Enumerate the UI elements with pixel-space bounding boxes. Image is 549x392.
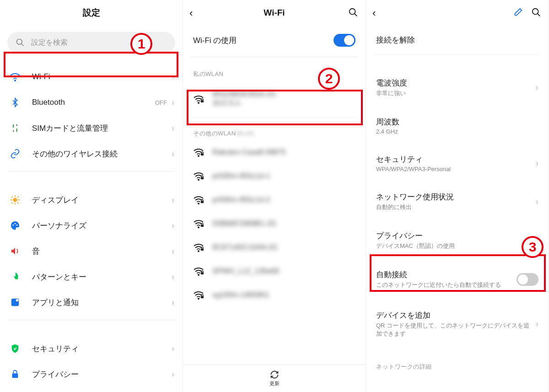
network-detail-header: ネットワークの詳細 — [366, 358, 549, 374]
row-label: Bluetooth — [32, 98, 155, 107]
other-network-ssid: pr500m-955c1d-2 — [212, 196, 355, 204]
usage-value: 自動的に検出 — [376, 203, 536, 211]
my-network-status: 接続済み — [212, 98, 355, 108]
row-label: アプリと通知 — [32, 297, 172, 308]
usage-row[interactable]: ネットワーク使用状況 自動的に検出 › — [366, 185, 549, 218]
row-pattern-key[interactable]: パターンとキー › — [0, 264, 183, 290]
freq-row[interactable]: 周波数 2.4 GHz — [366, 110, 549, 141]
search-icon — [16, 38, 25, 47]
row-location[interactable]: 位置情報 › — [0, 387, 183, 392]
other-network-row[interactable]: pr500m-955c1d-2 — [183, 188, 366, 212]
link-icon — [8, 149, 22, 159]
wifi-lock-icon — [193, 147, 205, 158]
chevron-right-icon: › — [172, 149, 174, 159]
apps-icon — [8, 297, 22, 307]
row-bluetooth[interactable]: Bluetooth OFF › — [0, 90, 183, 115]
add-device-row[interactable]: デバイスを追加 QR コードを使用して、このネットワークにデバイスを追加できます… — [366, 304, 549, 344]
row-apps-notify[interactable]: アプリと通知 › — [0, 290, 183, 315]
back-icon[interactable]: ‹ — [372, 7, 376, 19]
other-wlan-header: その他のWLANWLAN — [183, 125, 366, 140]
other-network-ssid: vg100m-1465951 — [212, 291, 355, 299]
other-network-row[interactable]: D0B66F2089B1-2G — [183, 212, 366, 236]
row-label: その他のワイヤレス接続 — [32, 149, 172, 159]
my-network-row[interactable]: 90324BDE4554-2G 接続済み — [183, 81, 366, 117]
svg-rect-36 — [201, 296, 204, 298]
svg-point-21 — [198, 102, 199, 103]
other-network-row[interactable]: Rakuten-Casa8-09875 — [183, 140, 366, 164]
wifi-header: ‹ Wi-Fi — [183, 0, 366, 26]
autoconnect-row[interactable]: 自動接続 このネットワークに近付いたら自動で接続する — [366, 263, 549, 295]
add-device-desc: QR コードを使用して、このネットワークにデバイスを追加できます — [376, 322, 530, 338]
svg-point-25 — [198, 179, 199, 180]
use-wifi-label: Wi-Fi の使用 — [193, 35, 237, 46]
settings-header: 設定 — [0, 0, 183, 26]
row-other-wireless[interactable]: その他のワイヤレス接続 › — [0, 141, 183, 166]
security-row[interactable]: セキュリティ WPA/WPA2/WPA3-Personal › — [366, 148, 549, 179]
refresh-button[interactable]: 更新 — [183, 365, 366, 392]
chevron-right-icon: › — [536, 159, 538, 168]
privacy-row[interactable]: プライバシー デバイスMAC（黙認）の使用 › — [366, 224, 549, 257]
search-icon[interactable] — [531, 7, 541, 17]
use-wifi-toggle[interactable] — [334, 34, 355, 47]
search-icon[interactable] — [348, 7, 358, 17]
svg-point-29 — [198, 227, 199, 228]
svg-point-31 — [198, 251, 199, 252]
other-network-row[interactable]: pr500m-955c1d-1 — [183, 164, 366, 188]
signal-value: 非常に強い — [376, 89, 536, 97]
use-wifi-row[interactable]: Wi-Fi の使用 — [183, 26, 366, 57]
disconnect-label: 接続を解除 — [376, 35, 415, 45]
security-value: WPA/WPA2/WPA3-Personal — [376, 166, 536, 172]
chevron-right-icon: › — [536, 236, 538, 245]
svg-line-10 — [18, 197, 18, 197]
signal-row[interactable]: 電波強度 非常に強い › — [366, 71, 549, 104]
other-network-ssid: D0B66F2089B1-2G — [212, 220, 355, 228]
row-sim[interactable]: SIMカードと流量管理 › — [0, 115, 183, 141]
other-network-ssid: SPWH_L12_130e69 — [212, 267, 355, 275]
row-label: Wi-Fi — [32, 72, 172, 81]
row-label: 音 — [32, 246, 172, 257]
back-icon[interactable]: ‹ — [189, 7, 193, 19]
my-network-ssid: 90324BDE4554-2G — [212, 90, 355, 98]
svg-point-12 — [13, 225, 14, 226]
settings-panel: 設定 Wi-Fi › Bluetooth OFF › SIMカードと流量管理 ›… — [0, 0, 183, 392]
row-wifi[interactable]: Wi-Fi › — [0, 64, 183, 90]
other-network-ssid: 8C6714DC10A9-2G — [212, 243, 355, 252]
autoconnect-desc: このネットワークに近付いたら自動で接続する — [376, 281, 511, 289]
settings-search-box[interactable] — [7, 32, 175, 53]
edit-icon[interactable] — [513, 7, 523, 17]
svg-point-14 — [16, 225, 18, 226]
svg-rect-24 — [201, 153, 204, 156]
detail-header: ‹ — [366, 0, 549, 26]
disconnect-row[interactable]: 接続を解除 — [366, 26, 549, 54]
chevron-right-icon: › — [172, 72, 174, 82]
separator — [191, 57, 357, 57]
row-label: セキュリティ — [32, 344, 172, 354]
other-wlan-header-text: その他のWLAN — [193, 130, 236, 137]
row-security[interactable]: セキュリティ › — [0, 336, 183, 361]
chevron-right-icon: › — [536, 197, 538, 206]
other-network-row[interactable]: SPWH_L12_130e69 — [183, 259, 366, 283]
row-sound[interactable]: 音 › — [0, 238, 183, 264]
autoconnect-toggle[interactable] — [517, 273, 538, 286]
separator — [8, 171, 174, 172]
svg-rect-32 — [201, 248, 204, 251]
svg-rect-28 — [201, 201, 204, 203]
privacy-value: デバイスMAC（黙認）の使用 — [376, 242, 536, 250]
other-network-row[interactable]: 8C6714DC10A9-2G — [183, 236, 366, 259]
row-label: パターンとキー — [32, 272, 172, 282]
other-network-ssid: pr500m-955c1d-1 — [212, 172, 355, 180]
svg-line-38 — [538, 14, 540, 16]
settings-title: 設定 — [83, 7, 100, 19]
signal-title: 電波強度 — [376, 78, 536, 88]
wifi-title: Wi-Fi — [264, 8, 285, 18]
settings-search-input[interactable] — [31, 38, 167, 47]
row-privacy[interactable]: プライバシー › — [0, 361, 183, 387]
other-network-row[interactable]: vg100m-1465951 — [183, 283, 366, 307]
svg-rect-17 — [12, 373, 18, 378]
freq-title: 周波数 — [376, 117, 538, 127]
row-display[interactable]: ディスプレイ › — [0, 187, 183, 213]
row-personalize[interactable]: パーソナライズ › — [0, 213, 183, 238]
refresh-label: 更新 — [269, 380, 280, 387]
freq-value: 2.4 GHz — [376, 128, 538, 135]
usage-title: ネットワーク使用状況 — [376, 192, 536, 202]
